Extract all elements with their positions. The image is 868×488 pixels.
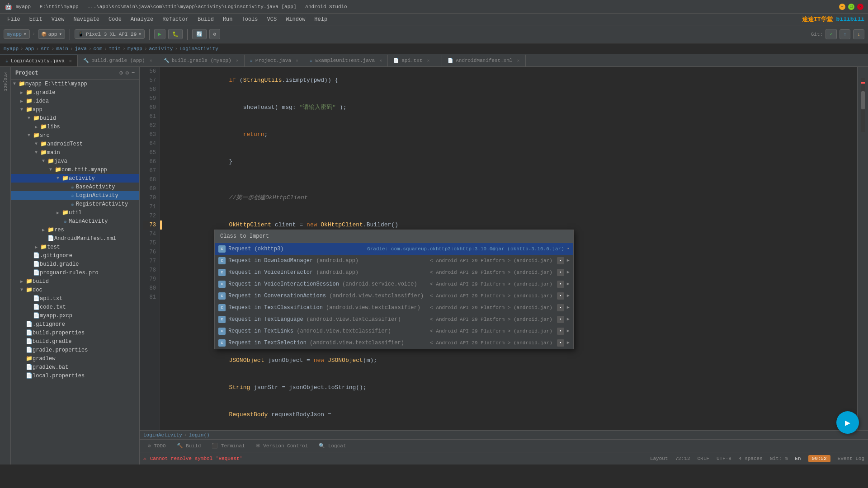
menu-run[interactable]: Run: [219, 15, 236, 23]
window-controls[interactable]: − □ ✕: [839, 4, 863, 10]
breadcrumb-loginactivity[interactable]: LoginActivity: [179, 46, 218, 52]
breadcrumb-src[interactable]: src: [41, 46, 50, 52]
sync-button[interactable]: 🔄: [192, 29, 207, 39]
tree-item-baseactivity[interactable]: ☕ BaseActivity: [11, 183, 139, 191]
tree-item-androidtest[interactable]: ▼ 📁 androidTest: [11, 140, 139, 148]
git-update-button[interactable]: ↑: [840, 29, 851, 39]
ac-item-6[interactable]: c Request in TextLanguage (android.view.…: [215, 314, 573, 325]
sidebar-collapse-icon[interactable]: −: [132, 70, 135, 76]
tree-item-build2[interactable]: ▶ 📁 build: [11, 277, 139, 286]
menu-analyze[interactable]: Analyze: [127, 15, 157, 23]
footer-loginactivity[interactable]: LoginActivity: [143, 432, 182, 438]
tab-close-exampletest[interactable]: ✕: [379, 58, 382, 63]
tree-item-code[interactable]: 📄 code.txt: [11, 303, 139, 311]
app-dropdown[interactable]: 📦 app ▾: [38, 29, 65, 39]
tab-close-buildgradle-myapp[interactable]: ✕: [236, 58, 239, 63]
tree-item-libs[interactable]: ▶ 📁 libs: [11, 122, 139, 131]
maximize-button[interactable]: □: [848, 4, 854, 10]
tree-item-gitignore-app[interactable]: 📄 .gitignore: [11, 251, 139, 260]
tab-exampletest[interactable]: ☕ ExampleUnitTest.java ✕: [304, 55, 388, 66]
menu-code[interactable]: Code: [105, 15, 125, 23]
tree-item-doc[interactable]: ▼ 📁 doc: [11, 286, 139, 294]
tree-item-activity[interactable]: ▼ 📁 activity: [11, 174, 139, 183]
tree-item-mainactivity[interactable]: ☕ MainActivity: [11, 217, 139, 225]
tree-item-gitignore-root[interactable]: 📄 .gitignore: [11, 320, 139, 328]
tree-item-androidmanifest[interactable]: 📄 AndroidManifest.xml: [11, 234, 139, 243]
ac-item-7[interactable]: c Request in TextLinks (android.view.tex…: [215, 325, 573, 337]
tree-item-app[interactable]: ▼ 📁 app: [11, 105, 139, 114]
tree-item-proguard[interactable]: 📄 proguard-rules.pro: [11, 268, 139, 277]
menu-help[interactable]: Help: [311, 15, 331, 23]
git-commit-button[interactable]: ↓: [853, 29, 864, 39]
tree-item-api[interactable]: 📄 api.txt: [11, 294, 139, 303]
debug-button[interactable]: 🐛: [168, 29, 183, 39]
menu-refactor[interactable]: Refactor: [159, 15, 192, 23]
tree-item-main[interactable]: ▼ 📁 main: [11, 148, 139, 157]
code-content[interactable]: if (StringUtils.isEmpty(pwd)) { showToas…: [160, 67, 857, 430]
minimize-button[interactable]: −: [839, 4, 845, 10]
tab-loginactivity[interactable]: ☕ LoginActivity.java ✕: [0, 55, 78, 66]
tree-item-gradlewbat[interactable]: 📄 gradlew.bat: [11, 363, 139, 371]
tree-item-myapppxcp[interactable]: 📄 myapp.pxcp: [11, 311, 139, 320]
ac-item-2[interactable]: c Request in VoiceInteractor (android.ap…: [215, 267, 573, 278]
device-dropdown[interactable]: 📱 Pixel 3 XL API 29 ▾: [75, 29, 145, 39]
tree-item-comttit[interactable]: ▼ 📁 com.ttit.myapp: [11, 165, 139, 174]
tree-item-build[interactable]: ▼ 📁 build: [11, 114, 139, 122]
tab-logcat[interactable]: 🔍 Logcat: [314, 442, 350, 450]
tree-item-res[interactable]: ▶ 📁 res: [11, 225, 139, 234]
tab-api[interactable]: 📄 api.txt ✕: [388, 55, 442, 66]
menu-file[interactable]: File: [4, 15, 24, 23]
breadcrumb-main[interactable]: main: [56, 46, 68, 52]
tree-item-buildgradle-app[interactable]: 📄 build.gradle: [11, 260, 139, 268]
menu-vcs[interactable]: VCS: [264, 15, 281, 23]
tree-item-registeractivity[interactable]: ☕ RegisterActivity: [11, 200, 139, 208]
tab-close-loginactivity[interactable]: ✕: [69, 58, 72, 64]
menu-build[interactable]: Build: [194, 15, 217, 23]
breadcrumb-myapp[interactable]: myapp: [4, 46, 19, 52]
tree-item-gradleproperties[interactable]: 📄 gradle.properties: [11, 346, 139, 354]
git-check-button[interactable]: ✓: [826, 29, 837, 39]
sidebar-sync-icon[interactable]: ⊕: [119, 70, 123, 76]
clock-badge[interactable]: 09:52: [808, 455, 830, 462]
tree-item-localproperties[interactable]: 📄 local.properties: [11, 371, 139, 380]
project-dropdown[interactable]: myapp ▾: [4, 29, 30, 39]
tree-item-src[interactable]: ▼ 📁 src: [11, 131, 139, 140]
tab-manifest[interactable]: 📄 AndroidManifest.xml ✕: [442, 55, 525, 66]
tab-close-manifest[interactable]: ✕: [517, 58, 520, 63]
settings-button[interactable]: ⚙: [209, 29, 221, 39]
tab-close-project[interactable]: ✕: [296, 58, 298, 63]
footer-method[interactable]: login(): [189, 432, 209, 438]
tree-item-gradlew[interactable]: 📁 gradlew: [11, 354, 139, 363]
ac-item-3[interactable]: c Request in VoiceInteractionSession (an…: [215, 278, 573, 290]
tab-buildgradle-app[interactable]: 🔧 build.gradle (app) ✕: [78, 55, 158, 66]
breadcrumb-java[interactable]: java: [75, 46, 86, 52]
tree-item-loginactivity[interactable]: ☕ LoginActivity: [11, 191, 139, 200]
menu-navigate[interactable]: Navigate: [70, 15, 103, 23]
tab-todo[interactable]: ⊙ TODO: [143, 442, 170, 450]
tree-item-test[interactable]: ▶ 📁 test: [11, 243, 139, 251]
indent-status[interactable]: 4 spaces: [739, 456, 763, 461]
breadcrumb-activity[interactable]: activity: [149, 46, 173, 52]
sidebar-settings-icon[interactable]: ⚙: [126, 70, 129, 76]
tree-item-gradle[interactable]: ▶ 📁 .gradle: [11, 88, 139, 97]
tab-close-buildgradle-app[interactable]: ✕: [150, 58, 152, 63]
tab-close-api[interactable]: ✕: [427, 58, 429, 63]
menu-view[interactable]: View: [48, 15, 68, 23]
tree-item-idea[interactable]: ▶ 📁 .idea: [11, 97, 139, 105]
event-log-button[interactable]: Event Log: [838, 456, 864, 461]
bilibili-float-button[interactable]: ▶: [836, 411, 859, 434]
scrollbar-thumb[interactable]: [861, 91, 865, 109]
menu-edit[interactable]: Edit: [26, 15, 46, 23]
tree-item-myapp[interactable]: ▼ 📁 myapp E:\ttit\myapp: [11, 80, 139, 88]
run-button[interactable]: ▶: [154, 29, 165, 39]
menu-window[interactable]: Window: [282, 15, 309, 23]
layout-status[interactable]: Layout: [650, 456, 668, 461]
menu-tools[interactable]: Tools: [238, 15, 262, 23]
tree-item-buildproperties[interactable]: 📄 build.properties: [11, 328, 139, 337]
tab-terminal[interactable]: ⬛ Terminal: [207, 442, 249, 450]
tab-build[interactable]: 🔨 Build: [172, 442, 206, 450]
tree-item-buildgradle-root[interactable]: 📄 build.gradle: [11, 337, 139, 346]
ac-item-0[interactable]: c Request (okhttp3) Gradle: com.squareup…: [215, 243, 573, 255]
ac-item-8[interactable]: c Request in TextSelection (android.view…: [215, 337, 573, 349]
tab-buildgradle-myapp[interactable]: 🔧 build.gradle (myapp) ✕: [158, 55, 245, 66]
